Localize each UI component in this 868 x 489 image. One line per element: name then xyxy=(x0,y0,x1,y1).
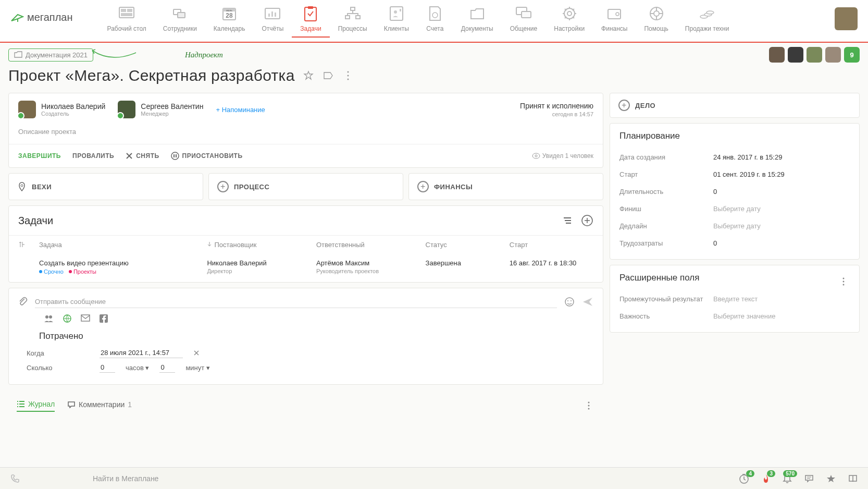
fail-button[interactable]: ПРОВАЛИТЬ xyxy=(72,152,114,160)
svg-point-22 xyxy=(432,13,438,18)
more-icon[interactable] xyxy=(582,399,595,412)
svg-point-52 xyxy=(588,405,590,407)
plus-icon: + xyxy=(618,100,630,111)
avatar xyxy=(18,101,36,118)
seen-indicator[interactable]: Увидел 1 человек xyxy=(532,152,593,160)
nav-processes[interactable]: Процессы xyxy=(330,5,376,36)
nav-desktop[interactable]: Рабочий стол xyxy=(99,5,155,36)
extended-panel: Расширенные поля Промежуточный результат… xyxy=(610,265,860,333)
svg-point-54 xyxy=(843,278,845,279)
min-unit[interactable]: минут ▾ xyxy=(185,364,209,372)
col-task[interactable]: Задача xyxy=(39,241,207,249)
svg-point-44 xyxy=(567,300,568,301)
facebook-icon[interactable] xyxy=(100,314,108,323)
globe-icon[interactable] xyxy=(63,314,71,323)
svg-point-45 xyxy=(571,300,572,301)
add-reminder-link[interactable]: + Напоминание xyxy=(216,106,265,114)
list-view-icon[interactable] xyxy=(561,214,574,227)
creator[interactable]: Николаев ВалерийСоздатель xyxy=(18,101,105,118)
nav-employees[interactable]: Сотрудники xyxy=(155,5,205,36)
task-tag: Проекты xyxy=(69,268,96,275)
bottom-tabs: Журнал Комментарии1 xyxy=(8,393,603,418)
participant-avatar[interactable] xyxy=(788,47,803,63)
hours-input[interactable]: 0 xyxy=(100,362,115,373)
svg-rect-12 xyxy=(271,11,273,17)
manager[interactable]: Сергеев ВалентинМенеджер xyxy=(118,101,203,118)
hours-unit[interactable]: часов ▾ xyxy=(126,364,149,372)
participant-avatar[interactable] xyxy=(825,47,841,63)
people-icon[interactable] xyxy=(43,314,54,323)
nav-reports[interactable]: Отчёты xyxy=(253,5,292,36)
send-icon[interactable] xyxy=(582,297,593,307)
svg-point-40 xyxy=(535,155,537,157)
col-status[interactable]: Статус xyxy=(426,241,510,249)
description-placeholder[interactable]: Описание проекта xyxy=(18,128,593,136)
svg-point-56 xyxy=(843,284,845,286)
tag-icon[interactable] xyxy=(322,69,334,82)
plus-icon: + xyxy=(217,181,229,192)
nav-settings[interactable]: Настройки xyxy=(545,5,593,36)
svg-point-34 xyxy=(347,71,349,73)
pause-button[interactable]: ПРИОСТАНОВИТЬ xyxy=(171,152,243,160)
status: Принят к исполнению сегодня в 14:57 xyxy=(520,102,593,117)
message-input[interactable]: Отправить сообщение xyxy=(35,296,557,308)
nav-tasks[interactable]: Задачи xyxy=(292,5,329,38)
complete-button[interactable]: ЗАВЕРШИТЬ xyxy=(18,152,61,160)
emoji-icon[interactable] xyxy=(564,297,575,307)
svg-rect-17 xyxy=(345,16,350,19)
clear-icon[interactable] xyxy=(193,350,200,356)
expand-col-icon[interactable] xyxy=(18,241,39,249)
main-nav: Рабочий стол Сотрудники июль28Календарь … xyxy=(99,5,835,36)
process-button[interactable]: +ПРОЦЕСС xyxy=(208,173,403,200)
plus-icon: + xyxy=(417,181,429,192)
nav-invoices[interactable]: Счета xyxy=(417,5,453,36)
svg-rect-2 xyxy=(127,9,132,12)
titlebar: Проект «Мега». Секретная разработка xyxy=(0,65,868,93)
mail-icon[interactable] xyxy=(81,314,90,322)
nav-finance[interactable]: Финансы xyxy=(593,5,636,36)
logo[interactable]: мегаплан xyxy=(10,5,73,23)
spent-title: Потрачено xyxy=(39,331,593,341)
col-start[interactable]: Старт xyxy=(510,241,593,249)
nav-clients[interactable]: Клиенты xyxy=(376,5,417,36)
nav-sales[interactable]: Продажи техни xyxy=(677,5,738,36)
eye-icon xyxy=(532,153,540,159)
participant-avatar[interactable] xyxy=(807,47,822,63)
min-input[interactable]: 0 xyxy=(159,362,175,373)
tasks-card: Задачи Задача Постановщик Ответственный … xyxy=(8,205,603,283)
add-task-button[interactable] xyxy=(581,214,593,227)
tab-comments[interactable]: Комментарии1 xyxy=(67,399,132,412)
svg-rect-13 xyxy=(275,13,276,17)
more-icon[interactable] xyxy=(837,275,850,288)
col-assigner[interactable]: Постановщик xyxy=(207,241,316,249)
more-icon[interactable] xyxy=(342,69,354,82)
when-input[interactable]: 28 июля 2021 г., 14:57 xyxy=(100,348,183,358)
nav-chat[interactable]: Общение xyxy=(502,5,546,36)
task-row[interactable]: Создать видео презентацию Срочно Проекты… xyxy=(9,254,603,282)
add-delo-button[interactable]: + ДЕЛО xyxy=(610,93,860,118)
nav-help[interactable]: Помощь xyxy=(636,5,676,36)
tab-journal[interactable]: Журнал xyxy=(17,399,55,412)
section-tabs: ВЕХИ +ПРОЦЕСС +ФИНАНСЫ xyxy=(8,173,603,200)
page-title: Проект «Мега». Секретная разработка xyxy=(8,67,295,84)
attachment-icon[interactable] xyxy=(18,297,28,307)
participants-count[interactable]: 9 xyxy=(844,47,860,63)
remove-button[interactable]: СНЯТЬ xyxy=(126,152,159,160)
milestones-button[interactable]: ВЕХИ xyxy=(8,173,203,200)
user-avatar[interactable] xyxy=(835,7,858,30)
svg-point-26 xyxy=(567,11,572,16)
tasks-title: Задачи xyxy=(18,215,53,227)
nav-calendar[interactable]: июль28Календарь xyxy=(205,5,254,36)
nav-documents[interactable]: Документы xyxy=(453,5,502,36)
sort-icon xyxy=(207,241,212,247)
col-responsible[interactable]: Ответственный xyxy=(316,241,426,249)
star-icon[interactable] xyxy=(302,69,315,82)
svg-point-55 xyxy=(843,281,845,283)
breadcrumb[interactable]: Документация 2021 xyxy=(8,48,93,62)
annotation-arrow xyxy=(91,48,138,61)
svg-point-43 xyxy=(565,298,574,306)
finances-button[interactable]: +ФИНАНСЫ xyxy=(408,173,603,200)
svg-point-37 xyxy=(171,152,179,160)
participant-avatar[interactable] xyxy=(769,47,785,63)
folder-icon xyxy=(14,51,22,58)
